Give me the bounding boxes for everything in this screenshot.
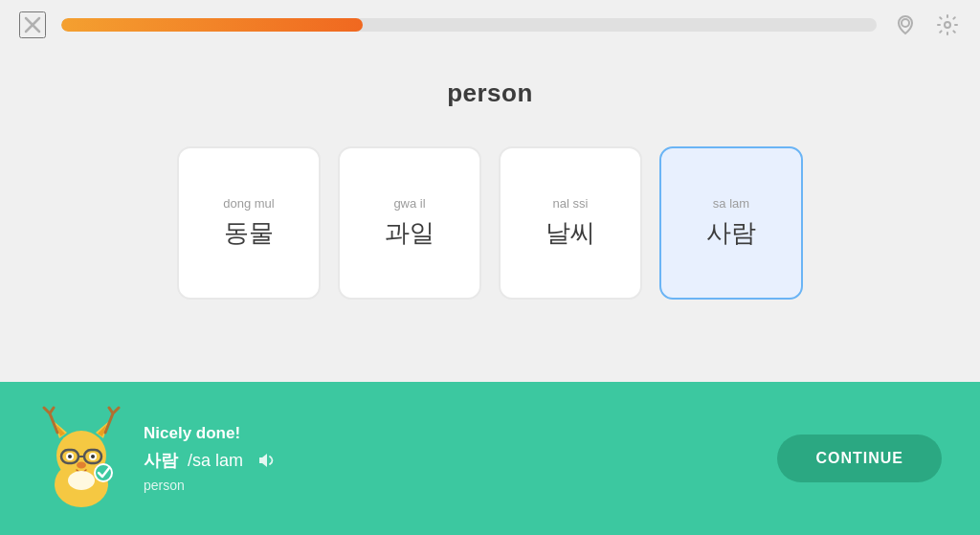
svg-point-15	[95, 464, 112, 481]
progress-bar-container	[61, 18, 877, 32]
svg-point-11	[68, 455, 72, 458]
card-3-romanization: nal ssi	[553, 196, 589, 211]
card-3-korean: 날씨	[546, 216, 595, 250]
card-1-korean: 동물	[224, 216, 274, 250]
card-4-romanization: sa lam	[713, 196, 749, 211]
svg-point-12	[91, 455, 95, 458]
answer-korean: 사람	[144, 449, 178, 472]
answer-meaning: person	[144, 478, 758, 493]
mascot	[38, 406, 124, 511]
feedback-title: Nicely done!	[144, 424, 758, 443]
location-icon[interactable]	[892, 11, 919, 38]
close-button[interactable]	[19, 11, 46, 38]
settings-icon[interactable]	[934, 11, 961, 38]
card-2-korean: 과일	[385, 216, 434, 250]
continue-button[interactable]: CONTINUE	[777, 435, 942, 482]
svg-point-14	[68, 471, 95, 490]
card-4[interactable]: sa lam 사람	[659, 146, 803, 300]
svg-point-13	[77, 462, 86, 469]
card-1[interactable]: dong mul 동물	[177, 146, 321, 300]
main-content: person dong mul 동물 gwa il 과일 nal ssi 날씨 …	[0, 50, 980, 382]
answer-romanized: /sa lam	[188, 451, 243, 471]
cards-row: dong mul 동물 gwa il 과일 nal ssi 날씨 sa lam …	[177, 146, 803, 300]
top-bar	[0, 0, 980, 50]
card-2-romanization: gwa il	[393, 196, 425, 211]
speaker-button[interactable]	[253, 447, 279, 474]
answer-line: 사람 /sa lam	[144, 447, 758, 474]
card-2[interactable]: gwa il 과일	[338, 146, 481, 300]
progress-bar-fill	[61, 18, 363, 32]
card-4-korean: 사람	[706, 216, 756, 250]
card-3[interactable]: nal ssi 날씨	[499, 146, 642, 300]
question-word: person	[447, 78, 533, 108]
card-1-romanization: dong mul	[223, 196, 274, 211]
bottom-panel: Nicely done! 사람 /sa lam person CONTINUE	[0, 382, 980, 535]
bottom-text: Nicely done! 사람 /sa lam person	[144, 424, 758, 493]
svg-point-2	[902, 19, 909, 27]
svg-point-3	[945, 22, 950, 28]
